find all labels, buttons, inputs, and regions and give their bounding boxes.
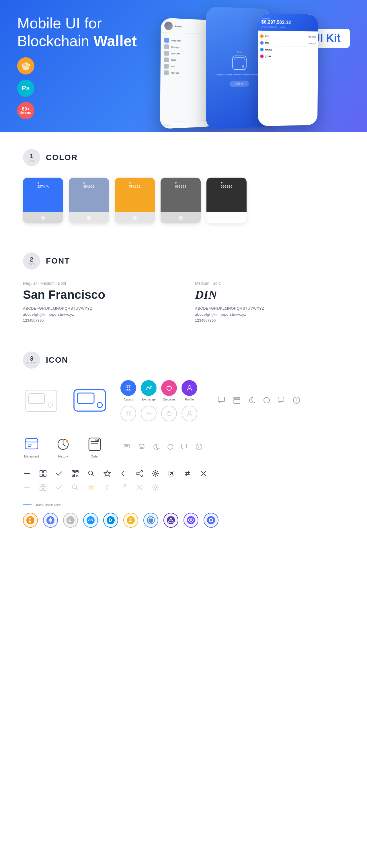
svg-marker-68 xyxy=(104,470,111,476)
svg-line-73 xyxy=(138,474,141,475)
font-section: 2 TWO FONT Regular · Medium · Bold San F… xyxy=(23,252,344,322)
wallet-wireframe-icon xyxy=(23,385,60,416)
svg-point-17 xyxy=(188,385,191,389)
svg-point-12 xyxy=(97,402,102,408)
svg-point-46 xyxy=(168,444,173,450)
qr-code-icon xyxy=(71,469,79,477)
swatch-blue: #3574fA xyxy=(23,178,63,223)
assets-icon xyxy=(120,380,136,396)
svg-point-14 xyxy=(150,385,152,387)
sketch-badge xyxy=(17,57,34,74)
divider-1 xyxy=(23,241,344,241)
blockchain-line xyxy=(23,504,32,505)
svg-line-76 xyxy=(170,472,173,475)
management-icon xyxy=(23,436,40,453)
svg-rect-30 xyxy=(25,439,38,449)
svg-line-86 xyxy=(76,488,78,490)
tool-icons-row-2-ghost xyxy=(23,483,344,491)
swatch-mid-gray: #666666 xyxy=(161,178,201,223)
svg-line-67 xyxy=(92,474,94,476)
chat-icon xyxy=(217,396,227,406)
svg-rect-18 xyxy=(126,411,131,416)
svg-rect-83 xyxy=(44,484,46,487)
star-icon xyxy=(103,469,111,477)
management-icon-item: Mangment xyxy=(23,436,40,458)
export-icon xyxy=(167,469,175,477)
font-sf: Regular · Medium · Bold San Francisco AB… xyxy=(23,281,172,322)
transfer-icon xyxy=(184,469,192,477)
bitcoin-icon: ₿ xyxy=(23,513,38,528)
app-icons-colored: Assets Exchange xyxy=(120,380,197,422)
svg-rect-27 xyxy=(278,397,284,401)
color-swatches: #3574fA #8DA0C8 #F5A623 xyxy=(23,178,344,223)
section-number-2: 2 TWO xyxy=(23,252,40,270)
svg-rect-54 xyxy=(44,470,46,473)
star-filled-icon xyxy=(87,483,95,491)
svg-rect-81 xyxy=(40,484,43,487)
search-icon xyxy=(87,469,95,477)
badges-column: Ps 60+ Screens xyxy=(17,57,34,119)
svg-rect-11 xyxy=(78,393,94,403)
color-section: 1 ONE COLOR #3574fA #8DA0C8 xyxy=(23,149,344,223)
layers-icon xyxy=(138,443,146,451)
hero-section: Mobile UI for Blockchain Wallet UI Kit P… xyxy=(0,0,367,132)
history-icon xyxy=(55,436,72,453)
font-section-header: 2 TWO FONT xyxy=(23,252,344,270)
svg-rect-59 xyxy=(76,471,78,472)
divider-2 xyxy=(23,340,344,340)
svg-line-88 xyxy=(121,485,125,489)
discover-icon xyxy=(161,380,177,396)
svg-text:Ł: Ł xyxy=(68,518,72,523)
svg-text:Z: Z xyxy=(129,518,132,523)
svg-rect-57 xyxy=(73,471,74,472)
svg-rect-24 xyxy=(234,400,240,401)
profile-icon-item: Profile xyxy=(181,380,197,401)
svg-point-91 xyxy=(154,486,157,489)
svg-point-71 xyxy=(141,475,142,477)
grid-coin-icon xyxy=(143,513,158,528)
svg-point-69 xyxy=(141,470,142,472)
font-section-title: FONT xyxy=(46,256,70,266)
svg-point-26 xyxy=(264,397,270,403)
svg-text:i: i xyxy=(198,445,199,449)
profile-icon-outline xyxy=(181,406,197,422)
chat2-icon xyxy=(181,443,189,451)
assets-icon-outline xyxy=(120,406,136,422)
exchange-icon-outline xyxy=(141,406,157,422)
icon-section: 3 THREE ICON xyxy=(23,351,344,528)
svg-point-7 xyxy=(48,403,53,407)
moon-icon xyxy=(247,396,256,406)
discover-icon-item: Discover xyxy=(161,380,177,401)
stack-icon xyxy=(232,396,242,406)
phone-mockup-3: myWallet $6,297,502.12 Available: $200,0… xyxy=(258,13,318,126)
color-section-title: COLOR xyxy=(46,153,78,162)
svg-point-21 xyxy=(188,411,191,414)
check-icon xyxy=(55,469,63,477)
phone-mockups: Profile AI Mangment Message xyxy=(161,3,367,132)
svg-rect-53 xyxy=(40,474,43,477)
svg-point-19 xyxy=(167,411,171,416)
svg-point-70 xyxy=(136,473,138,474)
order-icon xyxy=(86,436,103,453)
waves-icon xyxy=(83,513,98,528)
svg-point-114 xyxy=(207,516,215,524)
info2-icon: i xyxy=(195,443,203,451)
history-icon-item: History xyxy=(55,436,72,458)
svg-rect-84 xyxy=(44,488,46,490)
plus-icon xyxy=(23,469,31,477)
ark-icon xyxy=(184,513,198,528)
main-content: 1 ONE COLOR #3574fA #8DA0C8 xyxy=(0,132,367,556)
svg-point-36 xyxy=(67,441,68,443)
band-icon xyxy=(204,513,219,528)
font-grid: Regular · Medium · Bold San Francisco AB… xyxy=(23,281,344,322)
svg-text:i: i xyxy=(295,398,297,402)
text-icon xyxy=(123,443,131,451)
info-icon: i xyxy=(292,396,301,406)
zcash-icon: Z xyxy=(123,513,138,528)
svg-rect-25 xyxy=(234,402,240,403)
color-section-header: 1 ONE COLOR xyxy=(23,149,344,166)
oval-icon xyxy=(166,443,174,451)
ethereum-icon xyxy=(43,513,58,528)
svg-point-45 xyxy=(139,444,144,446)
svg-rect-13 xyxy=(126,385,131,391)
